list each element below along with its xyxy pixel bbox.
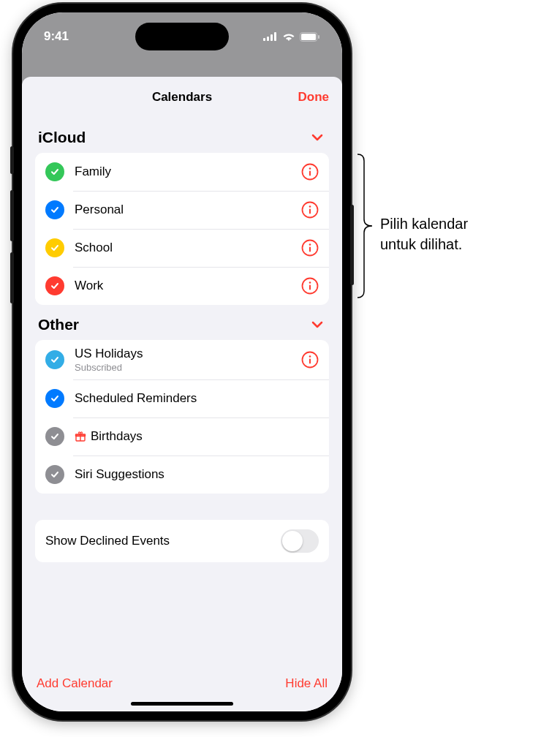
svg-rect-15 bbox=[309, 247, 311, 252]
section-title: iCloud bbox=[38, 129, 86, 146]
chevron-down-icon[interactable] bbox=[309, 128, 326, 147]
toggle-knob bbox=[282, 531, 303, 551]
checkbox-icon[interactable] bbox=[45, 162, 64, 181]
add-calendar-button[interactable]: Add Calendar bbox=[37, 676, 113, 691]
annotation-bracket bbox=[357, 154, 373, 298]
calendar-label: School bbox=[75, 241, 295, 255]
show-declined-events-toggle[interactable] bbox=[281, 529, 319, 553]
svg-rect-0 bbox=[263, 38, 265, 41]
power-button bbox=[350, 205, 354, 285]
svg-rect-12 bbox=[309, 209, 311, 214]
svg-rect-1 bbox=[267, 37, 269, 41]
calendar-row-birthdays[interactable]: Birthdays bbox=[35, 417, 329, 456]
sheet-header: Calendars Done bbox=[22, 77, 342, 118]
calendar-row-scheduled-reminders[interactable]: Scheduled Reminders bbox=[35, 379, 329, 417]
calendars-sheet: Calendars Done iCloud Family bbox=[22, 77, 342, 711]
calendar-label: US Holidays bbox=[75, 347, 295, 361]
calendar-sublabel: Subscribed bbox=[75, 362, 295, 373]
volume-up-button bbox=[10, 190, 14, 241]
checkbox-icon[interactable] bbox=[45, 389, 64, 408]
phone-frame: 9:41 Calendars Done i bbox=[13, 4, 351, 720]
volume-down-button bbox=[10, 252, 14, 303]
svg-point-17 bbox=[309, 281, 311, 284]
info-icon[interactable] bbox=[301, 277, 319, 295]
calendar-label: Scheduled Reminders bbox=[75, 391, 319, 406]
annotation-line: untuk dilihat. bbox=[380, 234, 468, 254]
checkbox-icon[interactable] bbox=[45, 350, 64, 369]
mute-switch bbox=[10, 146, 14, 174]
svg-rect-6 bbox=[318, 35, 319, 39]
dynamic-island bbox=[135, 23, 229, 50]
battery-icon bbox=[300, 32, 320, 42]
svg-point-11 bbox=[309, 205, 311, 208]
svg-rect-5 bbox=[301, 34, 316, 40]
calendar-group-other: US Holidays Subscribed Scheduled Reminde… bbox=[35, 340, 329, 494]
info-icon[interactable] bbox=[301, 351, 319, 368]
calendar-label: Work bbox=[75, 279, 295, 293]
calendar-row-family[interactable]: Family bbox=[35, 153, 329, 191]
calendar-label: Birthdays bbox=[91, 429, 143, 444]
section-header-icloud[interactable]: iCloud bbox=[35, 118, 329, 153]
show-declined-events-row: Show Declined Events bbox=[35, 520, 329, 562]
calendar-label: Personal bbox=[75, 203, 295, 217]
annotation-callout: Pilih kalendar untuk dilihat. bbox=[380, 213, 468, 254]
sheet-content: iCloud Family bbox=[22, 118, 342, 562]
chevron-down-icon[interactable] bbox=[309, 315, 326, 334]
wifi-icon bbox=[282, 32, 295, 42]
home-indicator[interactable] bbox=[131, 702, 233, 706]
sheet-title: Calendars bbox=[152, 90, 212, 105]
svg-rect-9 bbox=[309, 171, 311, 176]
bottom-toolbar: Add Calendar Hide All bbox=[22, 676, 342, 691]
svg-rect-21 bbox=[309, 359, 311, 364]
checkbox-icon[interactable] bbox=[45, 427, 64, 446]
svg-rect-2 bbox=[270, 34, 273, 41]
calendar-label: Siri Suggestions bbox=[75, 467, 319, 482]
section-title: Other bbox=[38, 316, 79, 333]
done-button[interactable]: Done bbox=[298, 90, 330, 105]
checkbox-icon[interactable] bbox=[45, 276, 64, 295]
svg-point-8 bbox=[309, 167, 311, 170]
info-icon[interactable] bbox=[301, 239, 319, 257]
info-icon[interactable] bbox=[301, 163, 319, 181]
phone-screen: 9:41 Calendars Done i bbox=[22, 12, 342, 711]
svg-point-20 bbox=[309, 355, 311, 358]
toggle-label: Show Declined Events bbox=[45, 534, 170, 548]
checkbox-icon[interactable] bbox=[45, 465, 64, 484]
cellular-signal-icon bbox=[263, 32, 278, 41]
calendar-row-school[interactable]: School bbox=[35, 229, 329, 267]
svg-rect-3 bbox=[274, 32, 276, 41]
calendar-row-siri-suggestions[interactable]: Siri Suggestions bbox=[35, 456, 329, 494]
gift-icon bbox=[75, 431, 86, 442]
checkbox-icon[interactable] bbox=[45, 238, 64, 257]
calendar-group-icloud: Family Personal bbox=[35, 153, 329, 305]
checkbox-icon[interactable] bbox=[45, 200, 64, 219]
calendar-row-work[interactable]: Work bbox=[35, 267, 329, 305]
status-indicators bbox=[263, 32, 320, 42]
annotation-line: Pilih kalendar bbox=[380, 213, 468, 234]
calendar-row-personal[interactable]: Personal bbox=[35, 191, 329, 229]
hide-all-button[interactable]: Hide All bbox=[285, 676, 328, 691]
svg-rect-18 bbox=[309, 285, 311, 290]
svg-point-14 bbox=[309, 243, 311, 246]
status-time: 9:41 bbox=[44, 29, 69, 44]
calendar-label: Family bbox=[75, 165, 295, 179]
section-header-other[interactable]: Other bbox=[35, 305, 329, 340]
info-icon[interactable] bbox=[301, 201, 319, 219]
calendar-row-us-holidays[interactable]: US Holidays Subscribed bbox=[35, 340, 329, 379]
